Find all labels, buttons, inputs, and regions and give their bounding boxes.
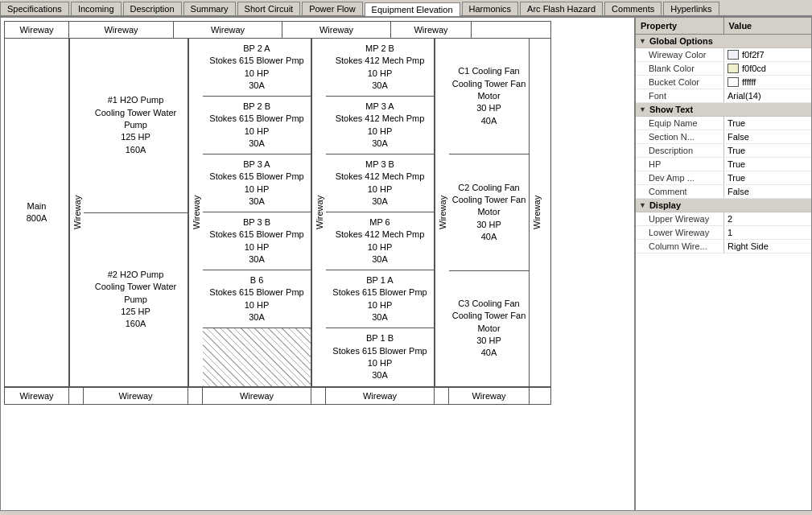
wireway-bot-main: Wireway bbox=[5, 388, 69, 404]
pump-a-top: #1 H2O PumpCooling Tower WaterPump125 HP… bbox=[84, 39, 188, 213]
prop-label-font: Font bbox=[636, 89, 724, 102]
wireway-top-b: Wireway bbox=[174, 22, 282, 38]
tab-harmonics[interactable]: Harmonics bbox=[462, 2, 519, 15]
wireway-color-swatch[interactable] bbox=[728, 50, 739, 60]
show-text-label: Show Text bbox=[649, 105, 693, 114]
global-options-header: ▼ Global Options bbox=[636, 35, 811, 48]
bucket-color-swatch[interactable] bbox=[728, 77, 739, 87]
expand-icon-global: ▼ bbox=[639, 37, 646, 45]
wireway-color-text: f0f2f7 bbox=[742, 50, 765, 60]
wireway-bot-ww4 bbox=[435, 388, 449, 404]
tab-summary[interactable]: Summary bbox=[183, 2, 236, 15]
wireway-bot-c: Wireway bbox=[326, 388, 435, 404]
content-row: Main800A Wireway #1 H2O PumpCooling Towe… bbox=[5, 39, 550, 387]
prop-column-wire: Column Wire... Right Side bbox=[636, 240, 811, 253]
tab-incoming[interactable]: Incoming bbox=[71, 2, 122, 15]
col-c-6: BP 1 BStokes 615 Blower Pmp10 HP30A bbox=[326, 328, 434, 386]
prop-value-column-wire: Right Side bbox=[724, 240, 811, 253]
tab-comments[interactable]: Comments bbox=[604, 2, 662, 15]
wireway-top-a: Wireway bbox=[69, 22, 174, 38]
prop-label-blank-color: Blank Color bbox=[636, 62, 724, 75]
prop-label-hp: HP bbox=[636, 158, 724, 171]
prop-comment: Comment False bbox=[636, 185, 811, 199]
prop-header-property: Property bbox=[636, 18, 724, 34]
wireway-vert-d: Wireway bbox=[435, 39, 449, 386]
wireway-vert-right: Wireway bbox=[530, 39, 544, 386]
wireway-bot-d: Wireway bbox=[449, 388, 530, 404]
prop-value-section-n: False bbox=[724, 130, 811, 143]
col-b-3: BP 3 AStokes 615 Blower Pmp10 HP30A bbox=[203, 154, 311, 212]
wireway-bot-a: Wireway bbox=[84, 388, 188, 404]
pump-a-bot: #2 H2O PumpCooling Tower WaterPump125 HP… bbox=[84, 213, 188, 387]
wireway-top-ww bbox=[472, 22, 486, 38]
prop-section-n: Section N... False bbox=[636, 130, 811, 144]
global-options-label: Global Options bbox=[649, 36, 713, 46]
prop-value-description: True bbox=[724, 144, 811, 157]
prop-wireway-color: Wireway Color f0f2f7 bbox=[636, 48, 811, 62]
wireway-bot-ww1 bbox=[69, 388, 84, 404]
prop-equip-name: Equip Name True bbox=[636, 117, 811, 130]
prop-value-dev-amp: True bbox=[724, 171, 811, 184]
prop-label-upper-wireway: Upper Wireway bbox=[636, 212, 724, 225]
top-wireway-row: Wireway Wireway Wireway Wireway Wireway bbox=[5, 22, 550, 39]
col-b-4: BP 3 BStokes 615 Blower Pmp10 HP30A bbox=[203, 212, 311, 270]
wireway-bot-b: Wireway bbox=[203, 388, 311, 404]
tab-short-circuit[interactable]: Short Circuit bbox=[237, 2, 301, 15]
show-text-header: ▼ Show Text bbox=[636, 103, 811, 117]
col-d-3: C3 Cooling FanCooling Tower FanMotor30 H… bbox=[449, 271, 529, 386]
prop-dev-amp: Dev Amp ... True bbox=[636, 171, 811, 185]
tab-description[interactable]: Description bbox=[123, 2, 182, 15]
col-b-2: BP 2 BStokes 615 Blower Pmp10 HP30A bbox=[203, 97, 311, 154]
display-header: ▼ Display bbox=[636, 199, 811, 212]
col-d-1: C1 Cooling FanCooling Tower FanMotor30 H… bbox=[449, 39, 529, 154]
equipment-grid: Wireway Wireway Wireway Wireway Wireway … bbox=[4, 21, 551, 405]
prop-blank-color: Blank Color f0f0cd bbox=[636, 62, 811, 76]
prop-value-upper-wireway: 2 bbox=[724, 212, 811, 225]
col-b-hatch bbox=[203, 328, 311, 386]
col-b-5: B 6Stokes 615 Blower Pmp10 HP30A bbox=[203, 270, 311, 328]
tab-equipment-elevation[interactable]: Equipment Elevation bbox=[365, 2, 460, 16]
col-c-1: MP 2 BStokes 412 Mech Pmp10 HP30A bbox=[326, 39, 434, 97]
bucket-color-text: ffffff bbox=[742, 77, 756, 87]
main-cell: Main800A bbox=[5, 39, 69, 386]
blank-color-text: f0f0cd bbox=[742, 64, 766, 73]
expand-icon-display: ▼ bbox=[639, 201, 646, 209]
tab-hyperlinks[interactable]: Hyperlinks bbox=[663, 2, 719, 15]
prop-value-wireway-color: f0f2f7 bbox=[724, 48, 811, 61]
prop-value-comment: False bbox=[724, 185, 811, 198]
prop-value-blank-color: f0f0cd bbox=[724, 62, 811, 75]
wireway-vert-b: Wireway bbox=[188, 39, 203, 386]
prop-label-equip-name: Equip Name bbox=[636, 117, 724, 130]
wireway-vert-a: Wireway bbox=[69, 39, 84, 386]
prop-lower-wireway: Lower Wireway 1 bbox=[636, 226, 811, 240]
col-c-4: MP 6Stokes 412 Mech Pmp10 HP30A bbox=[326, 212, 434, 270]
col-d: C1 Cooling FanCooling Tower FanMotor30 H… bbox=[449, 39, 530, 386]
tab-specifications[interactable]: Specifications bbox=[0, 2, 69, 15]
blank-color-swatch[interactable] bbox=[728, 64, 739, 73]
bottom-wireway-row: Wireway Wireway Wireway Wireway Wireway bbox=[5, 387, 550, 404]
equipment-area[interactable]: Wireway Wireway Wireway Wireway Wireway … bbox=[0, 17, 635, 511]
prop-value-lower-wireway: 1 bbox=[724, 226, 811, 239]
property-panel: Property Value ▼ Global Options Wireway … bbox=[635, 17, 812, 511]
prop-label-description: Description bbox=[636, 144, 724, 157]
prop-hp: HP True bbox=[636, 158, 811, 171]
prop-header: Property Value bbox=[636, 18, 811, 35]
display-label: Display bbox=[649, 200, 681, 210]
col-b-1: BP 2 AStokes 615 Blower Pmp10 HP30A bbox=[203, 39, 311, 97]
prop-value-equip-name: True bbox=[724, 117, 811, 130]
wireway-top-d: Wireway bbox=[391, 22, 472, 38]
prop-upper-wireway: Upper Wireway 2 bbox=[636, 212, 811, 226]
prop-label-section-n: Section N... bbox=[636, 130, 724, 143]
col-d-2: C2 Cooling FanCooling Tower FanMotor30 H… bbox=[449, 154, 529, 270]
wireway-top-main: Wireway bbox=[5, 22, 69, 38]
prop-description: Description True bbox=[636, 144, 811, 158]
prop-label-column-wire: Column Wire... bbox=[636, 240, 724, 253]
col-a: #1 H2O PumpCooling Tower WaterPump125 HP… bbox=[84, 39, 188, 386]
tab-power-flow[interactable]: Power Flow bbox=[302, 2, 362, 15]
prop-value-font: Arial(14) bbox=[724, 89, 811, 102]
col-c-2: MP 3 AStokes 412 Mech Pmp10 HP30A bbox=[326, 97, 434, 154]
prop-label-lower-wireway: Lower Wireway bbox=[636, 226, 724, 239]
tab-arc-flash-hazard[interactable]: Arc Flash Hazard bbox=[520, 2, 603, 15]
main-area: Wireway Wireway Wireway Wireway Wireway … bbox=[0, 17, 812, 511]
expand-icon-show-text: ▼ bbox=[639, 105, 646, 113]
